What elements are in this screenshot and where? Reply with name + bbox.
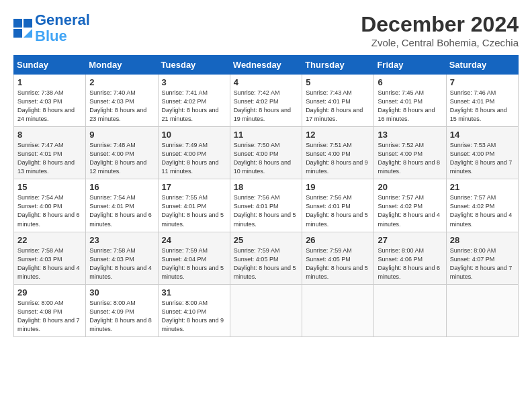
- day-number: 21: [450, 182, 515, 192]
- calendar-cell: 2 Sunrise: 7:40 AMSunset: 4:03 PMDayligh…: [86, 75, 158, 127]
- week-row-4: 29 Sunrise: 8:00 AMSunset: 4:08 PMDaylig…: [14, 284, 519, 336]
- day-number: 24: [162, 235, 226, 245]
- title-block: December 2024 Zvole, Central Bohemia, Cz…: [361, 12, 519, 48]
- day-number: 27: [378, 235, 442, 245]
- day-number: 29: [17, 287, 82, 298]
- day-number: 18: [234, 182, 298, 192]
- header-friday: Friday: [374, 56, 446, 75]
- calendar-cell: 1 Sunrise: 7:38 AMSunset: 4:03 PMDayligh…: [14, 75, 86, 127]
- calendar-cell: 18 Sunrise: 7:56 AMSunset: 4:01 PMDaylig…: [230, 179, 302, 232]
- header-wednesday: Wednesday: [230, 56, 302, 75]
- calendar-cell: 31 Sunrise: 8:00 AMSunset: 4:10 PMDaylig…: [158, 284, 230, 336]
- month-title: December 2024: [361, 12, 519, 37]
- day-info: Sunrise: 8:00 AMSunset: 4:08 PMDaylight:…: [17, 300, 80, 332]
- week-row-0: 1 Sunrise: 7:38 AMSunset: 4:03 PMDayligh…: [14, 75, 519, 127]
- page: General Blue December 2024 Zvole, Centra…: [0, 0, 532, 344]
- calendar-cell: [374, 284, 446, 336]
- calendar-cell: 7 Sunrise: 7:46 AMSunset: 4:01 PMDayligh…: [446, 75, 518, 127]
- day-number: 2: [89, 77, 154, 87]
- day-info: Sunrise: 7:38 AMSunset: 4:03 PMDaylight:…: [17, 89, 75, 122]
- calendar-cell: 24 Sunrise: 7:59 AMSunset: 4:04 PMDaylig…: [158, 232, 230, 284]
- week-row-1: 8 Sunrise: 7:47 AMSunset: 4:01 PMDayligh…: [14, 127, 519, 179]
- day-info: Sunrise: 7:55 AMSunset: 4:01 PMDaylight:…: [162, 194, 224, 227]
- day-number: 9: [89, 130, 154, 140]
- day-info: Sunrise: 7:56 AMSunset: 4:01 PMDaylight:…: [306, 194, 368, 227]
- logo-line2: Blue: [35, 28, 67, 44]
- calendar-cell: 12 Sunrise: 7:51 AMSunset: 4:00 PMDaylig…: [302, 127, 374, 179]
- calendar-cell: 16 Sunrise: 7:54 AMSunset: 4:01 PMDaylig…: [86, 179, 158, 232]
- day-info: Sunrise: 7:59 AMSunset: 4:05 PMDaylight:…: [306, 247, 368, 280]
- calendar-cell: 11 Sunrise: 7:50 AMSunset: 4:00 PMDaylig…: [230, 127, 302, 179]
- week-row-3: 22 Sunrise: 7:58 AMSunset: 4:03 PMDaylig…: [14, 232, 519, 284]
- day-number: 20: [378, 182, 442, 192]
- day-number: 7: [450, 77, 515, 87]
- day-info: Sunrise: 7:56 AMSunset: 4:01 PMDaylight:…: [234, 194, 296, 227]
- day-number: 28: [450, 235, 515, 245]
- calendar-cell: 29 Sunrise: 8:00 AMSunset: 4:08 PMDaylig…: [14, 284, 86, 336]
- calendar-cell: 28 Sunrise: 8:00 AMSunset: 4:07 PMDaylig…: [446, 232, 518, 284]
- svg-rect-2: [13, 29, 22, 38]
- day-number: 14: [450, 130, 515, 140]
- day-info: Sunrise: 7:54 AMSunset: 4:01 PMDaylight:…: [89, 194, 152, 227]
- day-info: Sunrise: 7:57 AMSunset: 4:02 PMDaylight:…: [378, 194, 440, 227]
- day-info: Sunrise: 7:59 AMSunset: 4:04 PMDaylight:…: [162, 247, 224, 280]
- day-info: Sunrise: 7:45 AMSunset: 4:01 PMDaylight:…: [378, 89, 435, 122]
- calendar-cell: 8 Sunrise: 7:47 AMSunset: 4:01 PMDayligh…: [14, 127, 86, 179]
- logo-line1: General: [35, 11, 90, 28]
- day-number: 8: [17, 130, 82, 140]
- day-number: 22: [17, 235, 82, 245]
- day-number: 17: [162, 182, 226, 192]
- calendar-cell: 10 Sunrise: 7:49 AMSunset: 4:00 PMDaylig…: [158, 127, 230, 179]
- day-info: Sunrise: 7:48 AMSunset: 4:00 PMDaylight:…: [89, 142, 146, 175]
- header-sunday: Sunday: [14, 56, 86, 75]
- day-info: Sunrise: 7:53 AMSunset: 4:00 PMDaylight:…: [450, 142, 513, 175]
- day-number: 15: [17, 182, 82, 192]
- day-number: 13: [378, 130, 442, 140]
- day-number: 11: [234, 130, 298, 140]
- calendar-cell: 30 Sunrise: 8:00 AMSunset: 4:09 PMDaylig…: [86, 284, 158, 336]
- svg-marker-3: [24, 29, 32, 38]
- calendar-cell: 20 Sunrise: 7:57 AMSunset: 4:02 PMDaylig…: [374, 179, 446, 232]
- day-number: 12: [306, 130, 370, 140]
- logo-text: General Blue: [35, 12, 90, 44]
- day-info: Sunrise: 8:00 AMSunset: 4:06 PMDaylight:…: [378, 247, 440, 280]
- calendar-cell: 17 Sunrise: 7:55 AMSunset: 4:01 PMDaylig…: [158, 179, 230, 232]
- day-info: Sunrise: 7:41 AMSunset: 4:02 PMDaylight:…: [162, 89, 219, 122]
- day-number: 16: [89, 182, 154, 192]
- calendar-cell: [302, 284, 374, 336]
- calendar-cell: 6 Sunrise: 7:45 AMSunset: 4:01 PMDayligh…: [374, 75, 446, 127]
- day-number: 30: [89, 287, 154, 298]
- calendar-cell: 23 Sunrise: 7:58 AMSunset: 4:03 PMDaylig…: [86, 232, 158, 284]
- day-number: 1: [17, 77, 82, 87]
- header: General Blue December 2024 Zvole, Centra…: [13, 12, 519, 48]
- day-info: Sunrise: 7:51 AMSunset: 4:00 PMDaylight:…: [306, 142, 368, 175]
- svg-rect-1: [24, 19, 32, 28]
- calendar-cell: 26 Sunrise: 7:59 AMSunset: 4:05 PMDaylig…: [302, 232, 374, 284]
- day-info: Sunrise: 7:49 AMSunset: 4:00 PMDaylight:…: [162, 142, 219, 175]
- day-number: 5: [306, 77, 370, 87]
- calendar-table: SundayMondayTuesdayWednesdayThursdayFrid…: [13, 55, 519, 337]
- calendar-cell: [230, 284, 302, 336]
- header-row: SundayMondayTuesdayWednesdayThursdayFrid…: [14, 56, 519, 75]
- location: Zvole, Central Bohemia, Czechia: [361, 37, 519, 48]
- calendar-cell: [446, 284, 518, 336]
- calendar-cell: 13 Sunrise: 7:52 AMSunset: 4:00 PMDaylig…: [374, 127, 446, 179]
- week-row-2: 15 Sunrise: 7:54 AMSunset: 4:00 PMDaylig…: [14, 179, 519, 232]
- day-number: 25: [234, 235, 298, 245]
- header-thursday: Thursday: [302, 56, 374, 75]
- calendar-cell: 5 Sunrise: 7:43 AMSunset: 4:01 PMDayligh…: [302, 75, 374, 127]
- header-tuesday: Tuesday: [158, 56, 230, 75]
- calendar-cell: 19 Sunrise: 7:56 AMSunset: 4:01 PMDaylig…: [302, 179, 374, 232]
- day-number: 3: [162, 77, 226, 87]
- day-number: 4: [234, 77, 298, 87]
- day-number: 31: [162, 287, 226, 298]
- header-monday: Monday: [86, 56, 158, 75]
- logo: General Blue: [13, 12, 90, 44]
- calendar-cell: 9 Sunrise: 7:48 AMSunset: 4:00 PMDayligh…: [86, 127, 158, 179]
- day-info: Sunrise: 7:54 AMSunset: 4:00 PMDaylight:…: [17, 194, 80, 227]
- day-number: 6: [378, 77, 442, 87]
- calendar-cell: 27 Sunrise: 8:00 AMSunset: 4:06 PMDaylig…: [374, 232, 446, 284]
- day-info: Sunrise: 8:00 AMSunset: 4:10 PMDaylight:…: [162, 300, 224, 332]
- calendar-cell: 3 Sunrise: 7:41 AMSunset: 4:02 PMDayligh…: [158, 75, 230, 127]
- day-info: Sunrise: 7:58 AMSunset: 4:03 PMDaylight:…: [17, 247, 80, 280]
